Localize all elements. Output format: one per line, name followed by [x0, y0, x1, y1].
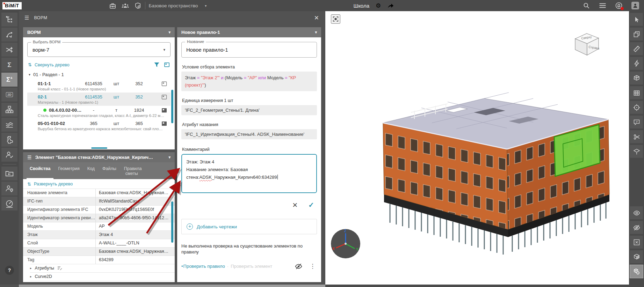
axis-y-label: Y	[356, 248, 359, 251]
frame-select-icon[interactable]	[164, 62, 170, 68]
chevron-down-icon[interactable]: ▾	[315, 30, 317, 35]
vertical-scrollbar[interactable]	[171, 90, 173, 123]
axes-gizmo[interactable]: Z Y X	[330, 228, 362, 260]
rule-name-field[interactable]: Название Новое правило-1	[181, 42, 317, 58]
search-icon[interactable]	[583, 2, 590, 9]
panel-strip-title: ВОРМ	[34, 15, 47, 20]
confirm-check-icon[interactable]: ✓	[308, 201, 314, 209]
expander-ifc[interactable]: ▸ IFC_1_И…	[30, 281, 175, 282]
name-attribute-label: Атрибут названия	[182, 122, 317, 127]
tab-files[interactable]: Файлы	[99, 164, 120, 179]
condition-expression[interactable]: Этаж = "Этаж 2'" и (Модель = "АР" или Мо…	[181, 72, 317, 91]
comment-textarea[interactable]: Этаж: Этаж 4 Название элемента: Базовая …	[181, 154, 317, 193]
user-check-icon[interactable]	[1, 148, 17, 162]
view-settings-cube-icon[interactable]	[630, 265, 643, 278]
shield-user-icon[interactable]	[134, 2, 142, 9]
frames-copy-icon[interactable]	[630, 28, 643, 41]
fit-view-button[interactable]	[331, 14, 340, 24]
sigma-icon[interactable]: Σ	[1, 58, 17, 72]
expand-tree-link[interactable]: ⇅ Развернуть дерево	[27, 182, 171, 187]
tree-row[interactable]: 05-01-010-02 365 шт 365 Вырубка бетона и…	[27, 119, 171, 132]
tree-row-selected[interactable]: 02-1 6114535 шт 352	[27, 93, 171, 106]
table-row: Модель АР	[23, 222, 175, 230]
unit-field[interactable]: 'IFC_2_Геометрия_Стены/1. Длина'	[181, 105, 317, 115]
tab-properties[interactable]: Свойства	[27, 164, 53, 179]
section-cut-scissors-icon[interactable]	[630, 130, 643, 143]
check-rule-link[interactable]: •Проверить правило	[181, 264, 225, 269]
chevron-down-icon[interactable]: ▾	[168, 155, 171, 160]
horizontal-scrollbar[interactable]	[91, 147, 107, 149]
puzzle-icon[interactable]	[1, 133, 17, 147]
connection-path-icon[interactable]	[1, 28, 17, 42]
tree-row[interactable]: 08.4.03.02-00… - т 1824 Сталь арматурная…	[27, 106, 171, 119]
shaded-cube-icon[interactable]	[630, 250, 643, 263]
name-attribute-field[interactable]: 'IFC_1_Идентификация_Стены/4. ADSK_Наиме…	[181, 129, 317, 139]
help-icon[interactable]: ?	[5, 266, 14, 275]
filter-icon[interactable]	[154, 62, 160, 68]
focus-target-icon[interactable]	[630, 101, 643, 114]
annotation-bubble-icon[interactable]: P	[630, 116, 643, 128]
notifications-bell-icon[interactable]	[615, 2, 622, 9]
panel-menu-icon[interactable]: ☰	[24, 15, 29, 21]
gauge-icon[interactable]	[1, 197, 17, 211]
panel-menu-icon[interactable]: ☰	[27, 155, 32, 160]
horizontal-scrollbar-track[interactable]	[19, 285, 325, 287]
vorm-panel: ВОРМ ▾ Выбрать ВОРМ ворм-7 ▾ ⇅ Свернуть …	[23, 27, 175, 149]
org-chart-icon[interactable]	[1, 103, 17, 117]
vorm-select[interactable]: Выбрать ВОРМ ворм-7 ▾	[27, 42, 171, 57]
collapse-tree-link[interactable]: ⇅ Свернуть дерево	[28, 62, 70, 67]
cancel-icon[interactable]: ✕	[292, 201, 298, 209]
left-toolbar: Σ Σ+ 2D	[0, 11, 19, 285]
expander-curve2d[interactable]: ▸ Curve2D	[30, 272, 175, 281]
eye-off-icon[interactable]	[630, 221, 643, 234]
tab-code[interactable]: Код	[84, 164, 98, 179]
cursor-select-icon[interactable]	[630, 13, 643, 26]
tree-group[interactable]: ▾ 01 - Раздел - 1	[27, 71, 171, 79]
chevron-down-icon: ▾	[205, 4, 207, 8]
close-icon[interactable]: ✕	[314, 14, 319, 22]
row-frame-filled-icon[interactable]	[157, 108, 171, 113]
grid-table-icon[interactable]	[630, 86, 643, 99]
eye-off-icon[interactable]	[295, 263, 303, 270]
viewport-3d[interactable]: Сверху Справа	[325, 11, 629, 285]
isolate-box-icon[interactable]	[630, 236, 643, 249]
workspace-selector[interactable]: Базовое пространство ▾	[149, 3, 207, 8]
vertical-scrollbar[interactable]	[171, 201, 173, 243]
lightning-icon[interactable]	[630, 57, 643, 70]
expander-attributes[interactable]: ▸ Атрибуты	[30, 264, 175, 272]
2d-view-icon[interactable]: 2D	[1, 88, 17, 102]
shuffle-icon[interactable]	[1, 43, 17, 57]
clip-plane-icon[interactable]	[630, 145, 643, 158]
tree-structure-icon[interactable]	[1, 13, 17, 27]
row-frame-icon[interactable]	[157, 81, 171, 86]
section-box-icon[interactable]	[630, 72, 643, 84]
sigma-plus-icon[interactable]: Σ+	[1, 73, 17, 87]
check-element-link-disabled[interactable]: Проверить элемент	[231, 264, 272, 269]
ruler-icon[interactable]	[630, 42, 643, 55]
app-logo[interactable]: BiMiT	[2, 2, 22, 9]
eye-icon[interactable]	[630, 206, 643, 219]
tab-estimate-rules[interactable]: Правила сметы	[121, 164, 143, 179]
add-drawings-button[interactable]: + Добавить чертежи	[181, 219, 317, 234]
row-frame-filled-icon[interactable]	[157, 121, 171, 126]
element-tabs: Свойства Геометрия Код Файлы Правила сме…	[23, 162, 175, 179]
chevron-down-icon[interactable]: ▾	[168, 30, 171, 35]
row-frame-icon[interactable]	[157, 95, 171, 100]
tab-geometry[interactable]: Геометрия	[55, 164, 82, 179]
team-icon[interactable]	[121, 2, 129, 9]
tree-row[interactable]: 01-1-1 6114535 шт 352	[27, 79, 171, 93]
axis-z-label: Z	[344, 229, 346, 233]
projects-briefcase-icon[interactable]	[109, 2, 116, 9]
building-model[interactable]	[359, 79, 614, 275]
account-icon[interactable]	[631, 2, 639, 9]
chart-lines-icon[interactable]	[1, 118, 17, 132]
folder-share-icon[interactable]	[1, 167, 17, 181]
list-menu-icon[interactable]	[599, 2, 606, 9]
view-cube[interactable]: Сверху Справа	[571, 30, 602, 58]
kebab-menu-icon[interactable]: ⋮	[310, 263, 316, 270]
user-location-icon[interactable]	[1, 182, 17, 196]
settings-gear-icon[interactable]: ⚙	[376, 2, 381, 9]
share-icon[interactable]	[387, 2, 394, 9]
vorm-tree: ▾ 01 - Раздел - 1 01-1-1 6114535 шт 352	[27, 71, 171, 132]
edit-list-icon[interactable]	[57, 266, 62, 270]
